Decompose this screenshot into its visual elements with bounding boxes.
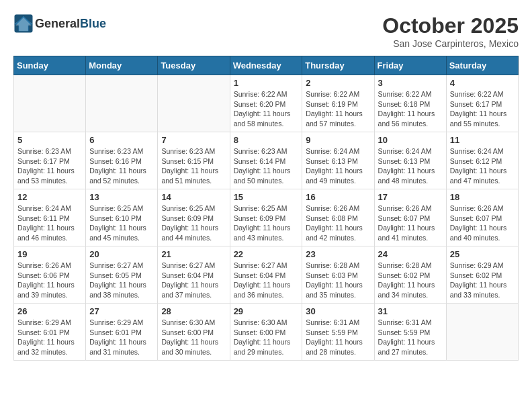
day-number: 17 xyxy=(378,192,443,202)
day-number: 14 xyxy=(161,192,226,202)
logo: General Blue xyxy=(13,13,106,34)
calendar-cell: 30Sunrise: 6:31 AM Sunset: 5:59 PM Dayli… xyxy=(302,304,374,361)
calendar-week-3: 12Sunrise: 6:24 AM Sunset: 6:11 PM Dayli… xyxy=(14,189,519,246)
day-number: 1 xyxy=(234,78,299,88)
logo-icon xyxy=(13,13,34,34)
calendar-header-row: SundayMondayTuesdayWednesdayThursdayFrid… xyxy=(14,56,519,75)
weekday-header-sunday: Sunday xyxy=(14,56,86,75)
calendar-cell: 25Sunrise: 6:29 AM Sunset: 6:02 PM Dayli… xyxy=(446,246,518,304)
calendar-cell: 16Sunrise: 6:26 AM Sunset: 6:08 PM Dayli… xyxy=(302,189,374,246)
day-number: 18 xyxy=(450,192,515,202)
day-number: 20 xyxy=(89,249,154,259)
day-number: 12 xyxy=(17,192,82,202)
calendar-cell: 18Sunrise: 6:26 AM Sunset: 6:07 PM Dayli… xyxy=(446,189,518,246)
calendar-cell: 20Sunrise: 6:27 AM Sunset: 6:05 PM Dayli… xyxy=(86,246,158,304)
day-number: 29 xyxy=(234,306,299,316)
weekday-header-monday: Monday xyxy=(86,56,158,75)
day-number: 9 xyxy=(306,135,370,145)
calendar-cell: 7Sunrise: 6:23 AM Sunset: 6:15 PM Daylig… xyxy=(158,132,230,189)
day-info: Sunrise: 6:22 AM Sunset: 6:18 PM Dayligh… xyxy=(378,89,443,129)
day-number: 16 xyxy=(306,192,370,202)
calendar-cell: 10Sunrise: 6:24 AM Sunset: 6:13 PM Dayli… xyxy=(374,132,446,189)
day-info: Sunrise: 6:29 AM Sunset: 6:01 PM Dayligh… xyxy=(17,318,82,357)
calendar-cell: 13Sunrise: 6:25 AM Sunset: 6:10 PM Dayli… xyxy=(86,189,158,246)
day-number: 3 xyxy=(378,78,443,88)
day-number: 23 xyxy=(306,249,370,259)
day-info: Sunrise: 6:24 AM Sunset: 6:12 PM Dayligh… xyxy=(450,146,515,186)
day-number: 25 xyxy=(450,249,515,259)
day-info: Sunrise: 6:26 AM Sunset: 6:06 PM Dayligh… xyxy=(17,261,82,300)
calendar-cell: 12Sunrise: 6:24 AM Sunset: 6:11 PM Dayli… xyxy=(14,189,86,246)
day-info: Sunrise: 6:22 AM Sunset: 6:19 PM Dayligh… xyxy=(306,89,370,129)
calendar-cell: 4Sunrise: 6:22 AM Sunset: 6:17 PM Daylig… xyxy=(446,75,518,132)
calendar-cell: 11Sunrise: 6:24 AM Sunset: 6:12 PM Dayli… xyxy=(446,132,518,189)
day-number: 8 xyxy=(234,135,299,145)
logo-text-blue: Blue xyxy=(80,17,106,31)
calendar-cell: 5Sunrise: 6:23 AM Sunset: 6:17 PM Daylig… xyxy=(14,132,86,189)
day-info: Sunrise: 6:23 AM Sunset: 6:14 PM Dayligh… xyxy=(234,146,299,186)
weekday-header-saturday: Saturday xyxy=(446,56,518,75)
day-number: 7 xyxy=(161,135,226,145)
calendar-cell: 27Sunrise: 6:29 AM Sunset: 6:01 PM Dayli… xyxy=(86,304,158,361)
calendar-cell: 3Sunrise: 6:22 AM Sunset: 6:18 PM Daylig… xyxy=(374,75,446,132)
day-info: Sunrise: 6:22 AM Sunset: 6:17 PM Dayligh… xyxy=(450,89,515,129)
day-number: 15 xyxy=(234,192,299,202)
calendar-week-5: 26Sunrise: 6:29 AM Sunset: 6:01 PM Dayli… xyxy=(14,304,519,361)
calendar-cell: 28Sunrise: 6:30 AM Sunset: 6:00 PM Dayli… xyxy=(158,304,230,361)
day-number: 30 xyxy=(306,306,370,316)
calendar-cell xyxy=(446,304,518,361)
day-number: 28 xyxy=(161,306,226,316)
location: San Jose Carpinteros, Mexico xyxy=(382,38,519,49)
day-number: 22 xyxy=(234,249,299,259)
calendar-cell xyxy=(86,75,158,132)
calendar-cell: 22Sunrise: 6:27 AM Sunset: 6:04 PM Dayli… xyxy=(230,246,302,304)
day-info: Sunrise: 6:28 AM Sunset: 6:03 PM Dayligh… xyxy=(306,261,370,300)
day-number: 31 xyxy=(378,306,443,316)
title-section: October 2025 San Jose Carpinteros, Mexic… xyxy=(382,13,519,49)
day-info: Sunrise: 6:23 AM Sunset: 6:15 PM Dayligh… xyxy=(161,146,226,186)
day-info: Sunrise: 6:22 AM Sunset: 6:20 PM Dayligh… xyxy=(234,89,299,129)
day-info: Sunrise: 6:31 AM Sunset: 5:59 PM Dayligh… xyxy=(378,318,443,357)
day-info: Sunrise: 6:31 AM Sunset: 5:59 PM Dayligh… xyxy=(306,318,370,357)
calendar-cell: 31Sunrise: 6:31 AM Sunset: 5:59 PM Dayli… xyxy=(374,304,446,361)
day-info: Sunrise: 6:24 AM Sunset: 6:13 PM Dayligh… xyxy=(378,146,443,186)
day-info: Sunrise: 6:30 AM Sunset: 6:00 PM Dayligh… xyxy=(161,318,226,357)
calendar-cell: 26Sunrise: 6:29 AM Sunset: 6:01 PM Dayli… xyxy=(14,304,86,361)
day-number: 21 xyxy=(161,249,226,259)
calendar-cell: 17Sunrise: 6:26 AM Sunset: 6:07 PM Dayli… xyxy=(374,189,446,246)
day-info: Sunrise: 6:24 AM Sunset: 6:13 PM Dayligh… xyxy=(306,146,370,186)
calendar-cell: 29Sunrise: 6:30 AM Sunset: 6:00 PM Dayli… xyxy=(230,304,302,361)
calendar-cell: 1Sunrise: 6:22 AM Sunset: 6:20 PM Daylig… xyxy=(230,75,302,132)
day-number: 6 xyxy=(89,135,154,145)
day-number: 2 xyxy=(306,78,370,88)
day-info: Sunrise: 6:25 AM Sunset: 6:09 PM Dayligh… xyxy=(234,203,299,243)
calendar-cell: 19Sunrise: 6:26 AM Sunset: 6:06 PM Dayli… xyxy=(14,246,86,304)
calendar-cell: 21Sunrise: 6:27 AM Sunset: 6:04 PM Dayli… xyxy=(158,246,230,304)
calendar-cell: 24Sunrise: 6:28 AM Sunset: 6:02 PM Dayli… xyxy=(374,246,446,304)
weekday-header-wednesday: Wednesday xyxy=(230,56,302,75)
calendar-cell: 23Sunrise: 6:28 AM Sunset: 6:03 PM Dayli… xyxy=(302,246,374,304)
day-info: Sunrise: 6:28 AM Sunset: 6:02 PM Dayligh… xyxy=(378,261,443,300)
weekday-header-thursday: Thursday xyxy=(302,56,374,75)
calendar-cell: 14Sunrise: 6:25 AM Sunset: 6:09 PM Dayli… xyxy=(158,189,230,246)
calendar-cell: 6Sunrise: 6:23 AM Sunset: 6:16 PM Daylig… xyxy=(86,132,158,189)
calendar-cell: 2Sunrise: 6:22 AM Sunset: 6:19 PM Daylig… xyxy=(302,75,374,132)
day-number: 11 xyxy=(450,135,515,145)
day-info: Sunrise: 6:25 AM Sunset: 6:09 PM Dayligh… xyxy=(161,203,226,243)
calendar-cell: 8Sunrise: 6:23 AM Sunset: 6:14 PM Daylig… xyxy=(230,132,302,189)
day-info: Sunrise: 6:26 AM Sunset: 6:07 PM Dayligh… xyxy=(450,203,515,243)
calendar-cell: 15Sunrise: 6:25 AM Sunset: 6:09 PM Dayli… xyxy=(230,189,302,246)
logo-text-general: General xyxy=(35,17,80,31)
calendar-cell xyxy=(158,75,230,132)
day-info: Sunrise: 6:26 AM Sunset: 6:08 PM Dayligh… xyxy=(306,203,370,243)
calendar-week-2: 5Sunrise: 6:23 AM Sunset: 6:17 PM Daylig… xyxy=(14,132,519,189)
day-number: 19 xyxy=(17,249,82,259)
month-title: October 2025 xyxy=(382,13,519,38)
day-number: 26 xyxy=(17,306,82,316)
day-info: Sunrise: 6:27 AM Sunset: 6:04 PM Dayligh… xyxy=(161,261,226,300)
weekday-header-friday: Friday xyxy=(374,56,446,75)
day-number: 13 xyxy=(89,192,154,202)
calendar-week-4: 19Sunrise: 6:26 AM Sunset: 6:06 PM Dayli… xyxy=(14,246,519,304)
calendar-cell: 9Sunrise: 6:24 AM Sunset: 6:13 PM Daylig… xyxy=(302,132,374,189)
day-info: Sunrise: 6:23 AM Sunset: 6:16 PM Dayligh… xyxy=(89,146,154,186)
